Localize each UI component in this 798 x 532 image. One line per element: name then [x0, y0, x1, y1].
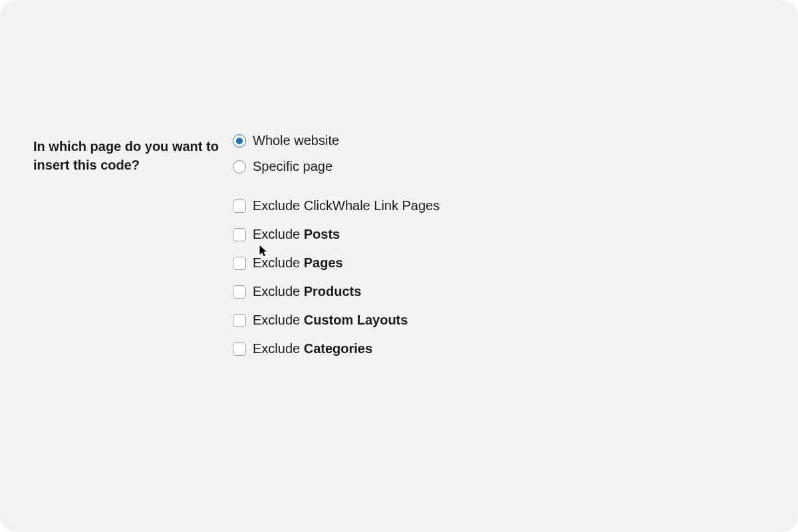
options-column: Whole website Specific page Exclude Clic…: [233, 133, 765, 370]
settings-panel: In which page do you want to insert this…: [0, 0, 798, 532]
checkbox-exclude-categories[interactable]: Exclude Categories: [233, 341, 765, 356]
checkbox-icon: [233, 200, 246, 213]
checkbox-exclude-posts[interactable]: Exclude Posts: [233, 227, 765, 242]
checkbox-icon: [233, 228, 246, 241]
checkbox-label: Exclude ClickWhale Link Pages: [253, 198, 440, 213]
checkbox-label: Exclude Categories: [253, 341, 372, 356]
radio-icon: [233, 134, 246, 148]
checkbox-label: Exclude Custom Layouts: [253, 313, 408, 328]
checkbox-icon: [233, 314, 246, 327]
radio-label: Specific page: [253, 159, 332, 174]
radio-option-whole-website[interactable]: Whole website: [233, 133, 765, 148]
checkbox-label: Exclude Posts: [253, 227, 340, 242]
checkbox-icon: [233, 257, 246, 270]
checkbox-exclude-custom-layouts[interactable]: Exclude Custom Layouts: [233, 313, 765, 328]
radio-option-specific-page[interactable]: Specific page: [233, 159, 765, 174]
checkbox-exclude-products[interactable]: Exclude Products: [233, 284, 765, 299]
checkbox-exclude-pages[interactable]: Exclude Pages: [233, 255, 765, 271]
checkbox-icon: [233, 342, 246, 356]
question-label: In which page do you want to insert this…: [33, 137, 233, 174]
checkbox-label: Exclude Products: [253, 284, 361, 299]
checkbox-icon: [233, 285, 246, 299]
checkbox-exclude-clickwhale-link-pages[interactable]: Exclude ClickWhale Link Pages: [233, 198, 765, 213]
checkbox-label: Exclude Pages: [253, 255, 343, 271]
radio-icon: [233, 160, 246, 174]
page-scope-radio-group: Whole website Specific page: [233, 133, 765, 174]
exclusions-checkbox-group: Exclude ClickWhale Link Pages Exclude Po…: [233, 198, 765, 356]
radio-label: Whole website: [253, 133, 339, 148]
form-row: In which page do you want to insert this…: [33, 133, 765, 370]
